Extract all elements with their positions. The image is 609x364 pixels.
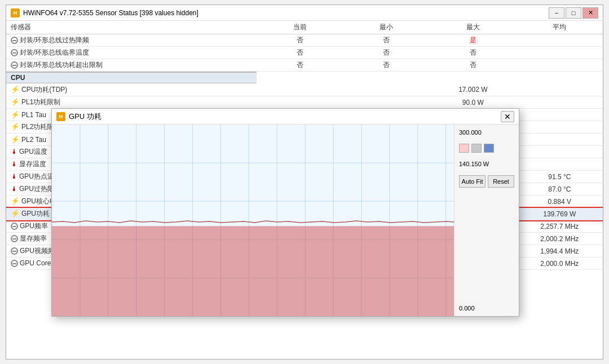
window-controls: − □ ✕ (549, 7, 598, 19)
window-title: HWiNFO64 v7.72-5355 Sensor Status [398 v… (23, 9, 549, 17)
chart-svg (52, 125, 454, 316)
popup-body: 300.000 140.150 W Auto Fit Reset 0.000 (52, 125, 519, 316)
minus-circle-icon (11, 260, 18, 267)
close-button[interactable]: ✕ (582, 7, 598, 19)
table-row[interactable]: ⚡CPU功耗(TDP)17.002 W (6, 84, 603, 96)
thermo-icon: 🌡 (11, 172, 17, 180)
row-avg: 91.5 °C (517, 171, 603, 183)
bolt-icon: ⚡ (11, 122, 20, 131)
row-name: 显存温度 (19, 160, 46, 168)
minus-circle-icon (11, 235, 18, 242)
chart-min-label: 0.000 (459, 305, 514, 312)
row-avg (517, 158, 603, 171)
table-row[interactable]: 封装/环形总线功耗超出限制否否否 (6, 59, 603, 72)
row-name: 封装/环形总线功耗超出限制 (20, 61, 103, 69)
svg-rect-18 (52, 226, 454, 316)
row-name: 封装/环形总线临界温度 (20, 48, 89, 56)
row-avg (517, 84, 603, 96)
row-avg (517, 134, 603, 146)
popup-close-button[interactable]: ✕ (501, 111, 514, 122)
row-name: GPU温度 (19, 148, 47, 156)
row-name: GPU功耗 (21, 210, 50, 217)
row-min: 否 (343, 34, 430, 47)
chart-current-value-label: 140.150 W (459, 161, 514, 167)
row-avg: 0.884 V (517, 196, 603, 208)
table-header-row: 传感器 当前 最小 最大 平均 (6, 21, 603, 34)
thermo-icon: 🌡 (11, 148, 17, 156)
gpu-power-popup: H GPU 功耗 ✕ (51, 108, 519, 317)
row-avg: 2,000.0 MHz (517, 258, 603, 270)
app-icon: H (11, 8, 20, 17)
row-avg (517, 59, 603, 72)
row-avg (517, 146, 603, 158)
bolt-icon: ⚡ (11, 209, 20, 217)
row-avg (517, 34, 603, 47)
bolt-icon: ⚡ (11, 97, 20, 106)
restore-button[interactable]: □ (566, 7, 581, 19)
reset-button[interactable]: Reset (488, 175, 514, 188)
popup-title: GPU 功耗 (69, 112, 501, 122)
table-row[interactable]: ⚡PL1功耗限制90.0 W (6, 96, 603, 109)
row-max: 是 (430, 34, 516, 47)
swatch-pink[interactable] (459, 144, 469, 153)
row-avg: 2,257.7 MHz (517, 220, 603, 233)
row-current: 否 (257, 34, 343, 47)
row-avg: 139.769 W (517, 208, 603, 220)
auto-fit-button[interactable]: Auto Fit (459, 175, 486, 188)
row-min (343, 84, 430, 96)
thermo-icon: 🌡 (11, 185, 17, 193)
chart-max-label: 300.000 (459, 129, 514, 136)
max-value-red: 是 (470, 36, 476, 44)
row-avg (517, 96, 603, 109)
col-header-current: 当前 (257, 21, 343, 34)
row-name: GPU频率 (20, 222, 48, 230)
color-swatches (459, 144, 514, 153)
row-avg: 1,994.4 MHz (517, 245, 603, 258)
table-row[interactable]: 封装/环形总线临界温度否否否 (6, 47, 603, 59)
row-avg: 87.0 °C (517, 183, 603, 196)
row-avg (517, 121, 603, 134)
row-avg (517, 47, 603, 59)
row-min: 否 (343, 47, 430, 59)
row-avg (517, 109, 603, 121)
col-header-sensor: 传感器 (6, 21, 257, 34)
row-avg: 2,000.2 MHz (517, 233, 603, 245)
row-max: 否 (430, 47, 516, 59)
table-row[interactable]: CPU (6, 72, 603, 84)
row-current (257, 84, 343, 96)
col-header-min: 最小 (343, 21, 430, 34)
row-current (257, 96, 343, 109)
minus-circle-icon (11, 37, 18, 44)
col-header-max: 最大 (430, 21, 516, 34)
bolt-icon: ⚡ (11, 197, 20, 205)
thermo-icon: 🌡 (11, 160, 17, 168)
chart-buttons: Auto Fit Reset (459, 175, 514, 188)
row-name: 显存频率 (20, 234, 47, 242)
row-name: PL2 Tau (21, 136, 46, 144)
swatch-blue[interactable] (484, 144, 494, 153)
swatch-gray[interactable] (471, 144, 482, 153)
table-row[interactable]: 封装/环形总线过热降频否否是 (6, 34, 603, 47)
row-name: CPU功耗(TDP) (21, 86, 67, 94)
row-name: 封装/环形总线过热降频 (20, 36, 89, 44)
row-name: PL1 Tau (21, 111, 46, 119)
row-name: PL1功耗限制 (21, 98, 60, 106)
row-min: 否 (343, 59, 430, 72)
popup-app-icon: H (56, 112, 65, 121)
row-current: 否 (257, 47, 343, 59)
bolt-icon: ⚡ (11, 135, 20, 144)
main-window: H HWiNFO64 v7.72-5355 Sensor Status [398… (6, 5, 603, 359)
minimize-button[interactable]: − (549, 7, 564, 19)
popup-title-bar: H GPU 功耗 ✕ (52, 109, 519, 125)
row-max: 90.0 W (430, 96, 516, 109)
chart-right-panel: 300.000 140.150 W Auto Fit Reset 0.000 (454, 125, 519, 316)
title-bar: H HWiNFO64 v7.72-5355 Sensor Status [398… (6, 5, 603, 21)
chart-area (52, 125, 454, 316)
minus-circle-icon (11, 61, 18, 69)
sensor-table-container: 传感器 当前 最小 最大 平均 封装/环形总线过热降频否否是封装/环形总线临界温… (6, 21, 603, 359)
row-max: 17.002 W (430, 84, 516, 96)
row-max: 否 (430, 59, 516, 72)
row-min (343, 96, 430, 109)
minus-circle-icon (11, 49, 18, 56)
minus-circle-icon (11, 223, 18, 230)
